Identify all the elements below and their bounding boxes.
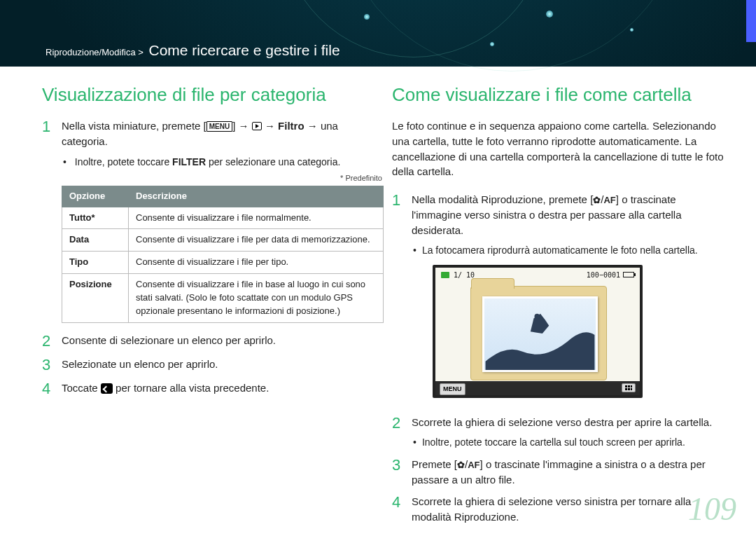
right-step3: Premete [✿/AF] o trascinate l'immagine a… — [412, 457, 728, 488]
af-icon: AF — [603, 194, 615, 207]
mode-icon — [441, 272, 449, 278]
svg-point-0 — [534, 313, 540, 319]
file-code: 100−0001 — [587, 271, 620, 279]
screen-menu-button: MENU — [440, 383, 465, 395]
step-number: 2 — [42, 333, 62, 350]
left-step3: Selezionate un elenco per aprirlo. — [62, 357, 218, 373]
battery-icon — [623, 272, 634, 277]
page-number: 109 — [688, 490, 736, 528]
camera-screen-preview: 1/ 10 100−0001 — [433, 265, 643, 398]
right-intro: Le foto continue e in sequenza appaiono … — [392, 118, 728, 179]
breadcrumb-section: Riproduzione/Modifica — [46, 47, 136, 57]
left-step2: Consente di selezionare un elenco per ap… — [62, 333, 276, 350]
breadcrumb-title: Come ricercare e gestire i file — [148, 42, 340, 58]
left-column: Visualizzazione di file per categoria 1 … — [42, 84, 378, 532]
right-heading: Come visualizzare i file come cartella — [392, 84, 728, 106]
table-row: Tutto*Consente di visualizzare i file no… — [62, 207, 384, 229]
macro-icon: ✿ — [593, 194, 601, 207]
right-step4: Scorrete la ghiera di selezione verso si… — [412, 494, 728, 525]
th-description: Descrizione — [129, 186, 384, 207]
table-row: DataConsente di visualizzare i file per … — [62, 229, 384, 252]
left-step1-sub: Inoltre, potete toccare FILTER per selez… — [62, 155, 384, 169]
right-step2-sub: Inoltre, potete toccare la cartella sul … — [412, 435, 712, 449]
step-number: 1 — [392, 192, 412, 408]
breadcrumb: Riproduzione/Modifica > Come ricercare e… — [46, 42, 340, 59]
step-number: 1 — [42, 118, 62, 323]
right-step1: Nella modalità Riproduzione, premete [✿/… — [412, 192, 728, 408]
options-table: Opzione Descrizione Tutto*Consente di vi… — [62, 186, 384, 323]
th-option: Opzione — [62, 186, 129, 207]
step-number: 4 — [42, 380, 62, 397]
table-row: TipoConsente di visualizzare i file per … — [62, 252, 384, 274]
table-row: PosizioneConsente di visualizzare i file… — [62, 274, 384, 323]
thumbnail-grid-icon — [622, 383, 636, 392]
af-icon: AF — [468, 459, 479, 472]
left-heading: Visualizzazione di file per categoria — [42, 84, 378, 106]
photo-counter: 1/ 10 — [454, 271, 475, 279]
right-step2: Scorrete la ghiera di selezione verso de… — [412, 415, 712, 450]
back-icon — [101, 383, 113, 394]
menu-button-icon: MENU — [206, 121, 232, 132]
step-number: 4 — [392, 494, 412, 525]
right-step1-sub: La fotocamera riprodurrà automaticamente… — [412, 243, 728, 257]
step-number: 3 — [392, 457, 412, 488]
step-number: 3 — [42, 357, 62, 373]
left-step1: Nella vista miniature, premete [MENU] → … — [62, 118, 384, 323]
right-column: Come visualizzare i file come cartella L… — [392, 84, 728, 532]
step-number: 2 — [392, 415, 412, 450]
play-icon — [252, 122, 262, 130]
macro-icon: ✿ — [457, 459, 465, 472]
photo-thumbnail — [482, 296, 598, 372]
section-side-tab — [746, 0, 756, 42]
left-step4: Toccate per tornare alla vista precedent… — [62, 380, 269, 397]
folder-icon — [470, 286, 607, 380]
default-note: * Predefinito — [62, 173, 382, 184]
